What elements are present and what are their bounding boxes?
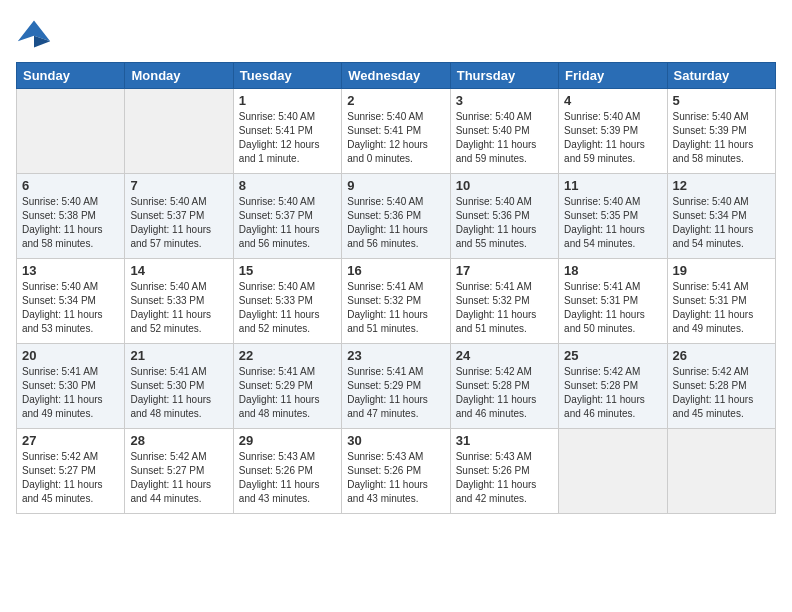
cell-info: Sunrise: 5:41 AMSunset: 5:31 PMDaylight:… [673, 280, 770, 336]
cell-info: Sunrise: 5:40 AMSunset: 5:41 PMDaylight:… [347, 110, 444, 166]
day-number: 1 [239, 93, 336, 108]
calendar-cell: 13Sunrise: 5:40 AMSunset: 5:34 PMDayligh… [17, 259, 125, 344]
cell-info: Sunrise: 5:42 AMSunset: 5:28 PMDaylight:… [673, 365, 770, 421]
calendar-cell: 7Sunrise: 5:40 AMSunset: 5:37 PMDaylight… [125, 174, 233, 259]
cell-info: Sunrise: 5:40 AMSunset: 5:34 PMDaylight:… [673, 195, 770, 251]
day-number: 6 [22, 178, 119, 193]
calendar-cell: 8Sunrise: 5:40 AMSunset: 5:37 PMDaylight… [233, 174, 341, 259]
day-number: 28 [130, 433, 227, 448]
cell-info: Sunrise: 5:41 AMSunset: 5:30 PMDaylight:… [130, 365, 227, 421]
cell-info: Sunrise: 5:40 AMSunset: 5:37 PMDaylight:… [239, 195, 336, 251]
header-row: SundayMondayTuesdayWednesdayThursdayFrid… [17, 63, 776, 89]
cell-info: Sunrise: 5:42 AMSunset: 5:28 PMDaylight:… [456, 365, 553, 421]
cell-info: Sunrise: 5:40 AMSunset: 5:35 PMDaylight:… [564, 195, 661, 251]
day-number: 3 [456, 93, 553, 108]
calendar-cell: 31Sunrise: 5:43 AMSunset: 5:26 PMDayligh… [450, 429, 558, 514]
week-row-3: 13Sunrise: 5:40 AMSunset: 5:34 PMDayligh… [17, 259, 776, 344]
day-number: 15 [239, 263, 336, 278]
calendar-cell: 17Sunrise: 5:41 AMSunset: 5:32 PMDayligh… [450, 259, 558, 344]
day-number: 26 [673, 348, 770, 363]
cell-info: Sunrise: 5:42 AMSunset: 5:27 PMDaylight:… [22, 450, 119, 506]
column-header-wednesday: Wednesday [342, 63, 450, 89]
cell-info: Sunrise: 5:40 AMSunset: 5:37 PMDaylight:… [130, 195, 227, 251]
calendar-cell: 19Sunrise: 5:41 AMSunset: 5:31 PMDayligh… [667, 259, 775, 344]
day-number: 4 [564, 93, 661, 108]
calendar-cell: 24Sunrise: 5:42 AMSunset: 5:28 PMDayligh… [450, 344, 558, 429]
calendar-cell [667, 429, 775, 514]
calendar-cell: 12Sunrise: 5:40 AMSunset: 5:34 PMDayligh… [667, 174, 775, 259]
calendar-cell: 16Sunrise: 5:41 AMSunset: 5:32 PMDayligh… [342, 259, 450, 344]
column-header-thursday: Thursday [450, 63, 558, 89]
calendar-cell: 21Sunrise: 5:41 AMSunset: 5:30 PMDayligh… [125, 344, 233, 429]
cell-info: Sunrise: 5:40 AMSunset: 5:40 PMDaylight:… [456, 110, 553, 166]
calendar-cell: 15Sunrise: 5:40 AMSunset: 5:33 PMDayligh… [233, 259, 341, 344]
day-number: 9 [347, 178, 444, 193]
calendar-cell [125, 89, 233, 174]
column-header-friday: Friday [559, 63, 667, 89]
cell-info: Sunrise: 5:40 AMSunset: 5:41 PMDaylight:… [239, 110, 336, 166]
day-number: 31 [456, 433, 553, 448]
calendar-cell: 14Sunrise: 5:40 AMSunset: 5:33 PMDayligh… [125, 259, 233, 344]
day-number: 25 [564, 348, 661, 363]
day-number: 8 [239, 178, 336, 193]
week-row-4: 20Sunrise: 5:41 AMSunset: 5:30 PMDayligh… [17, 344, 776, 429]
cell-info: Sunrise: 5:42 AMSunset: 5:27 PMDaylight:… [130, 450, 227, 506]
calendar-cell: 1Sunrise: 5:40 AMSunset: 5:41 PMDaylight… [233, 89, 341, 174]
cell-info: Sunrise: 5:41 AMSunset: 5:29 PMDaylight:… [347, 365, 444, 421]
day-number: 14 [130, 263, 227, 278]
calendar-cell: 10Sunrise: 5:40 AMSunset: 5:36 PMDayligh… [450, 174, 558, 259]
calendar-cell: 11Sunrise: 5:40 AMSunset: 5:35 PMDayligh… [559, 174, 667, 259]
day-number: 24 [456, 348, 553, 363]
calendar-cell: 3Sunrise: 5:40 AMSunset: 5:40 PMDaylight… [450, 89, 558, 174]
day-number: 12 [673, 178, 770, 193]
day-number: 17 [456, 263, 553, 278]
calendar-cell: 18Sunrise: 5:41 AMSunset: 5:31 PMDayligh… [559, 259, 667, 344]
cell-info: Sunrise: 5:40 AMSunset: 5:38 PMDaylight:… [22, 195, 119, 251]
day-number: 29 [239, 433, 336, 448]
cell-info: Sunrise: 5:43 AMSunset: 5:26 PMDaylight:… [456, 450, 553, 506]
day-number: 22 [239, 348, 336, 363]
calendar-cell: 29Sunrise: 5:43 AMSunset: 5:26 PMDayligh… [233, 429, 341, 514]
calendar-cell: 25Sunrise: 5:42 AMSunset: 5:28 PMDayligh… [559, 344, 667, 429]
calendar-cell: 5Sunrise: 5:40 AMSunset: 5:39 PMDaylight… [667, 89, 775, 174]
column-header-sunday: Sunday [17, 63, 125, 89]
calendar-cell: 23Sunrise: 5:41 AMSunset: 5:29 PMDayligh… [342, 344, 450, 429]
calendar-cell: 6Sunrise: 5:40 AMSunset: 5:38 PMDaylight… [17, 174, 125, 259]
cell-info: Sunrise: 5:40 AMSunset: 5:36 PMDaylight:… [456, 195, 553, 251]
calendar-cell: 20Sunrise: 5:41 AMSunset: 5:30 PMDayligh… [17, 344, 125, 429]
calendar-table: SundayMondayTuesdayWednesdayThursdayFrid… [16, 62, 776, 514]
calendar-cell: 30Sunrise: 5:43 AMSunset: 5:26 PMDayligh… [342, 429, 450, 514]
day-number: 10 [456, 178, 553, 193]
day-number: 13 [22, 263, 119, 278]
cell-info: Sunrise: 5:41 AMSunset: 5:29 PMDaylight:… [239, 365, 336, 421]
cell-info: Sunrise: 5:42 AMSunset: 5:28 PMDaylight:… [564, 365, 661, 421]
calendar-cell: 27Sunrise: 5:42 AMSunset: 5:27 PMDayligh… [17, 429, 125, 514]
cell-info: Sunrise: 5:43 AMSunset: 5:26 PMDaylight:… [239, 450, 336, 506]
calendar-cell: 28Sunrise: 5:42 AMSunset: 5:27 PMDayligh… [125, 429, 233, 514]
logo-icon [16, 16, 52, 52]
calendar-cell: 26Sunrise: 5:42 AMSunset: 5:28 PMDayligh… [667, 344, 775, 429]
day-number: 21 [130, 348, 227, 363]
calendar-cell: 4Sunrise: 5:40 AMSunset: 5:39 PMDaylight… [559, 89, 667, 174]
cell-info: Sunrise: 5:40 AMSunset: 5:39 PMDaylight:… [564, 110, 661, 166]
calendar-cell: 2Sunrise: 5:40 AMSunset: 5:41 PMDaylight… [342, 89, 450, 174]
cell-info: Sunrise: 5:40 AMSunset: 5:36 PMDaylight:… [347, 195, 444, 251]
cell-info: Sunrise: 5:40 AMSunset: 5:33 PMDaylight:… [239, 280, 336, 336]
day-number: 18 [564, 263, 661, 278]
day-number: 5 [673, 93, 770, 108]
week-row-2: 6Sunrise: 5:40 AMSunset: 5:38 PMDaylight… [17, 174, 776, 259]
cell-info: Sunrise: 5:41 AMSunset: 5:32 PMDaylight:… [347, 280, 444, 336]
column-header-monday: Monday [125, 63, 233, 89]
cell-info: Sunrise: 5:40 AMSunset: 5:39 PMDaylight:… [673, 110, 770, 166]
cell-info: Sunrise: 5:41 AMSunset: 5:32 PMDaylight:… [456, 280, 553, 336]
calendar-cell: 9Sunrise: 5:40 AMSunset: 5:36 PMDaylight… [342, 174, 450, 259]
calendar-cell [17, 89, 125, 174]
cell-info: Sunrise: 5:41 AMSunset: 5:30 PMDaylight:… [22, 365, 119, 421]
column-header-tuesday: Tuesday [233, 63, 341, 89]
day-number: 30 [347, 433, 444, 448]
logo [16, 16, 58, 52]
cell-info: Sunrise: 5:40 AMSunset: 5:34 PMDaylight:… [22, 280, 119, 336]
cell-info: Sunrise: 5:41 AMSunset: 5:31 PMDaylight:… [564, 280, 661, 336]
day-number: 19 [673, 263, 770, 278]
calendar-cell [559, 429, 667, 514]
